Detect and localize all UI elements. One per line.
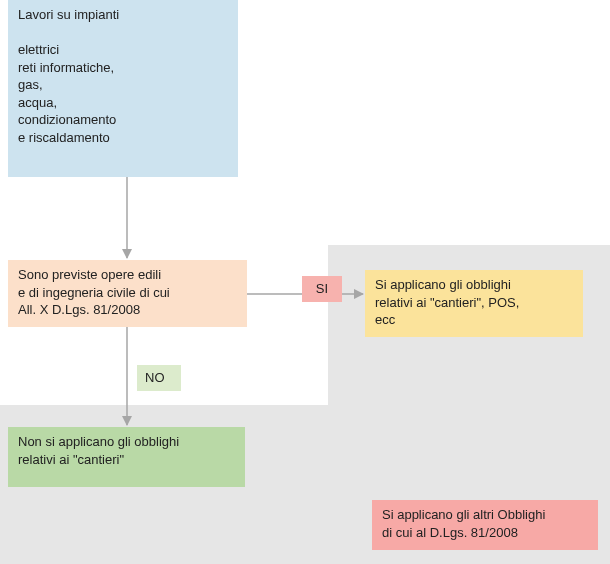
node-altri-obblighi: Si applicano gli altri Obblighi di cui a… xyxy=(372,500,598,550)
start-line5: acqua, xyxy=(18,94,228,112)
label-si: SI xyxy=(302,276,342,302)
start-line7: e riscaldamento xyxy=(18,129,228,147)
no-line1: Non si applicano gli obblighi xyxy=(18,433,235,451)
start-line2: elettrici xyxy=(18,41,228,59)
altri-line1: Si applicano gli altri Obblighi xyxy=(382,506,588,524)
yes-line1: Si applicano gli obblighi xyxy=(375,276,573,294)
yes-line3: ecc xyxy=(375,311,573,329)
node-start: Lavori su impianti elettrici reti inform… xyxy=(8,0,238,177)
yes-line2: relativi ai "cantieri", POS, xyxy=(375,294,573,312)
node-cantieri-yes: Si applicano gli obblighi relativi ai "c… xyxy=(365,270,583,337)
decision-line3: All. X D.Lgs. 81/2008 xyxy=(18,301,237,319)
decision-line1: Sono previste opere edili xyxy=(18,266,237,284)
start-line6: condizionamento xyxy=(18,111,228,129)
node-cantieri-no: Non si applicano gli obblighi relativi a… xyxy=(8,427,245,487)
start-blank xyxy=(18,24,228,42)
decision-line2: e di ingegneria civile di cui xyxy=(18,284,237,302)
start-line1: Lavori su impianti xyxy=(18,6,228,24)
label-no: NO xyxy=(137,365,181,391)
altri-line2: di cui al D.Lgs. 81/2008 xyxy=(382,524,588,542)
no-line2: relativi ai "cantieri" xyxy=(18,451,235,469)
start-line3: reti informatiche, xyxy=(18,59,228,77)
flowchart-diagram: Lavori su impianti elettrici reti inform… xyxy=(0,0,610,564)
node-decision: Sono previste opere edili e di ingegneri… xyxy=(8,260,247,327)
start-line4: gas, xyxy=(18,76,228,94)
